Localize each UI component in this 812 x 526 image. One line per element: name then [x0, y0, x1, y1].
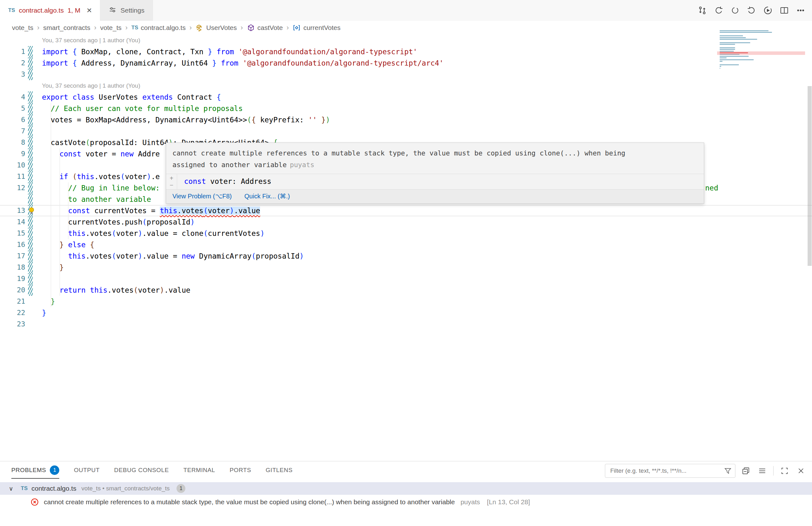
ts-file-icon: TS: [8, 7, 15, 14]
chevron-down-icon[interactable]: ∨: [9, 485, 17, 492]
line-number: 18: [0, 262, 25, 273]
problems-count-badge: 1: [50, 466, 59, 475]
problem-source: puyats: [461, 498, 480, 506]
code-line-17[interactable]: 17 this.votes(voter).value = new Dynamic…: [0, 251, 812, 262]
hover-verbosity-controls[interactable]: + −: [166, 174, 177, 189]
code-line-5[interactable]: 5 // Each user can vote for multiple pro…: [0, 103, 812, 114]
code-line-2[interactable]: 2import { Address, DynamicArray, Uint64 …: [0, 57, 812, 69]
code-line-23[interactable]: 23: [0, 318, 812, 330]
view-as-table-icon[interactable]: [756, 465, 768, 477]
panel-tab-gitlens[interactable]: GITLENS: [266, 467, 293, 474]
code-line-4[interactable]: 4export class UserVotes extends Contract…: [0, 91, 812, 103]
panel-tab-terminal[interactable]: TERMINAL: [184, 467, 215, 474]
quick-fix-link[interactable]: Quick Fix... (⌘.): [244, 193, 290, 200]
error-hover-tooltip: cannot create multiple references to a m…: [166, 143, 704, 204]
prev-change-icon[interactable]: [712, 3, 726, 17]
line-number: 1: [0, 46, 25, 57]
tab-problem-badge: 1, M: [68, 6, 81, 14]
breadcrumb-item-vote_ts[interactable]: vote_ts: [100, 24, 122, 31]
code-line-20[interactable]: 20 return this.votes(voter).value: [0, 284, 812, 296]
problem-message: cannot create multiple references to a m…: [44, 498, 455, 506]
line-number: 8: [0, 137, 25, 148]
panel-tab-output[interactable]: OUTPUT: [74, 467, 100, 474]
close-icon[interactable]: [795, 465, 807, 477]
tab-label: Settings: [120, 6, 144, 14]
gitlens-blame-annotation: You, 37 seconds ago | 1 author (You): [0, 80, 812, 91]
line-number: 19: [0, 273, 25, 284]
problems-file-group-row[interactable]: ∨ TS contract.algo.ts vote_ts • smart_co…: [0, 482, 812, 495]
problems-file-path: vote_ts • smart_contracts/vote_ts: [81, 485, 170, 492]
code-editor[interactable]: You, 37 seconds ago | 1 author (You)1imp…: [0, 35, 812, 461]
line-number: 16: [0, 239, 25, 251]
toolbar-divider: [773, 466, 773, 475]
problems-filter-input[interactable]: [605, 464, 735, 478]
code-line-22[interactable]: 22}: [0, 307, 812, 318]
breadcrumb-separator: ›: [241, 24, 243, 32]
line-number: 21: [0, 296, 25, 307]
panel-tab-ports[interactable]: PORTS: [230, 467, 251, 474]
problems-count-badge: 1: [176, 484, 185, 493]
code-line-14[interactable]: 14 currentVotes.push(proposalId): [0, 216, 812, 228]
line-number: 17: [0, 251, 25, 262]
increase-verbosity-icon[interactable]: +: [170, 175, 173, 182]
line-number: 6: [0, 114, 25, 126]
editor-toolbar: [695, 0, 808, 21]
collapse-all-icon[interactable]: [740, 465, 752, 477]
line-number: 5: [0, 103, 25, 114]
breadcrumb-item-castVote[interactable]: castVote: [247, 24, 283, 32]
quick-fix-lightbulb-icon[interactable]: [27, 206, 36, 215]
code-line-19[interactable]: 19: [0, 273, 812, 284]
more-actions-icon[interactable]: [794, 3, 808, 17]
tab-settings[interactable]: Settings: [100, 0, 153, 21]
breadcrumb-separator: ›: [189, 24, 192, 32]
code-line-18[interactable]: 18 }: [0, 262, 812, 273]
code-line-6[interactable]: 6 votes = BoxMap<Address, DynamicArray<U…: [0, 114, 812, 126]
panel-tab-problems[interactable]: PROBLEMS1: [11, 466, 59, 475]
breadcrumb-item-currentVotes[interactable]: currentVotes: [292, 24, 340, 32]
panel-toolbar: [605, 464, 807, 478]
line-number: 10: [0, 159, 25, 171]
breadcrumb-item-UserVotes[interactable]: UserVotes: [195, 24, 237, 32]
panel-tab-debug-console[interactable]: DEBUG CONSOLE: [114, 467, 169, 474]
code-line-16[interactable]: 16 } else {: [0, 239, 812, 251]
line-number: 3: [0, 69, 25, 80]
code-line-7[interactable]: 7: [0, 126, 812, 137]
code-line-21[interactable]: 21 }: [0, 296, 812, 307]
breadcrumb-item-vote_ts[interactable]: vote_ts: [12, 24, 33, 31]
problem-location: [Ln 13, Col 28]: [487, 498, 530, 506]
breadcrumb-separator: ›: [125, 24, 127, 32]
editor-scrollbar[interactable]: [808, 86, 812, 266]
class-icon: [195, 24, 204, 32]
breadcrumb-separator: ›: [94, 24, 96, 32]
run-icon[interactable]: [761, 3, 775, 17]
problem-error-row[interactable]: cannot create multiple references to a m…: [0, 495, 812, 509]
code-line-13[interactable]: 13 const currentVotes = this.votes(voter…: [0, 205, 812, 216]
breadcrumb-item-smart_contracts[interactable]: smart_contracts: [43, 24, 90, 31]
decrease-verbosity-icon[interactable]: −: [170, 182, 173, 188]
minimap[interactable]: [720, 30, 794, 71]
line-number: 7: [0, 126, 25, 137]
tab-contract-algo-ts[interactable]: TS contract.algo.ts 1, M ×: [0, 0, 100, 21]
line-number: 2: [0, 57, 25, 69]
file-diff-icon[interactable]: [695, 3, 709, 17]
line-number: 15: [0, 228, 25, 239]
view-problem-link[interactable]: View Problem (⌥F8): [172, 193, 232, 200]
line-number: [0, 194, 25, 205]
ts-file-icon: TS: [21, 485, 28, 492]
funnel-icon[interactable]: [724, 467, 732, 475]
variable-icon: [292, 24, 301, 32]
settings-sliders-icon: [108, 6, 117, 15]
hover-type-declaration: const voter: Address: [177, 174, 271, 189]
code-line-1[interactable]: 1import { BoxMap, clone, Contract, Txn }…: [0, 46, 812, 57]
breadcrumb-item-contract.algo.ts[interactable]: TScontract.algo.ts: [131, 24, 186, 31]
next-change-icon[interactable]: [744, 3, 758, 17]
line-number: 14: [0, 216, 25, 228]
maximize-icon[interactable]: [779, 465, 791, 477]
code-line-15[interactable]: 15 this.votes(voter).value = clone(curre…: [0, 228, 812, 239]
gitlens-icon[interactable]: [728, 3, 742, 17]
code-line-3[interactable]: 3: [0, 69, 812, 80]
close-icon[interactable]: ×: [87, 6, 92, 15]
split-editor-icon[interactable]: [777, 3, 791, 17]
line-number: 12: [0, 182, 25, 194]
line-number: 22: [0, 307, 25, 318]
